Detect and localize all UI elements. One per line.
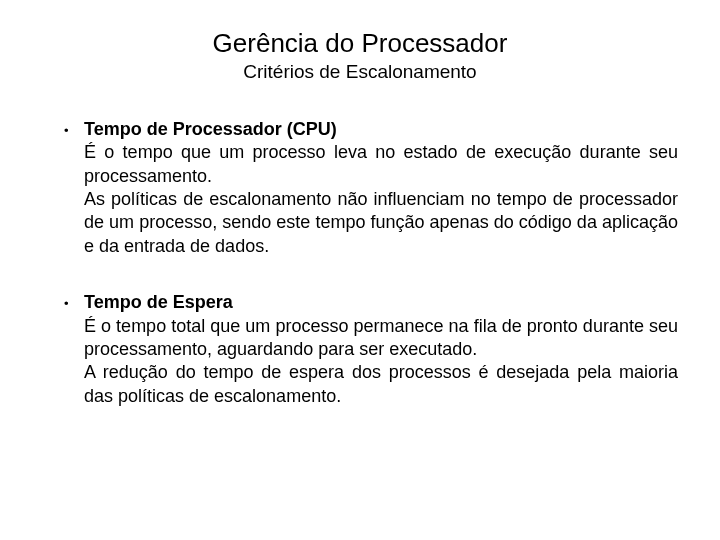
section-wait-time: • Tempo de Espera É o tempo total que um… [42, 290, 678, 408]
section-paragraph: A redução do tempo de espera dos process… [64, 361, 678, 408]
bullet-row: • Tempo de Processador (CPU) [64, 117, 678, 141]
section-cpu-time: • Tempo de Processador (CPU) É o tempo q… [42, 117, 678, 258]
bullet-icon: • [64, 295, 72, 313]
page-title: Gerência do Processador [42, 28, 678, 59]
section-heading: Tempo de Processador (CPU) [84, 117, 337, 141]
section-paragraph: É o tempo que um processo leva no estado… [64, 141, 678, 188]
section-paragraph: É o tempo total que um processo permanec… [64, 315, 678, 362]
section-paragraph: As políticas de escalonamento não influe… [64, 188, 678, 258]
section-heading: Tempo de Espera [84, 290, 233, 314]
bullet-row: • Tempo de Espera [64, 290, 678, 314]
page-subtitle: Critérios de Escalonamento [42, 61, 678, 83]
bullet-icon: • [64, 122, 72, 140]
